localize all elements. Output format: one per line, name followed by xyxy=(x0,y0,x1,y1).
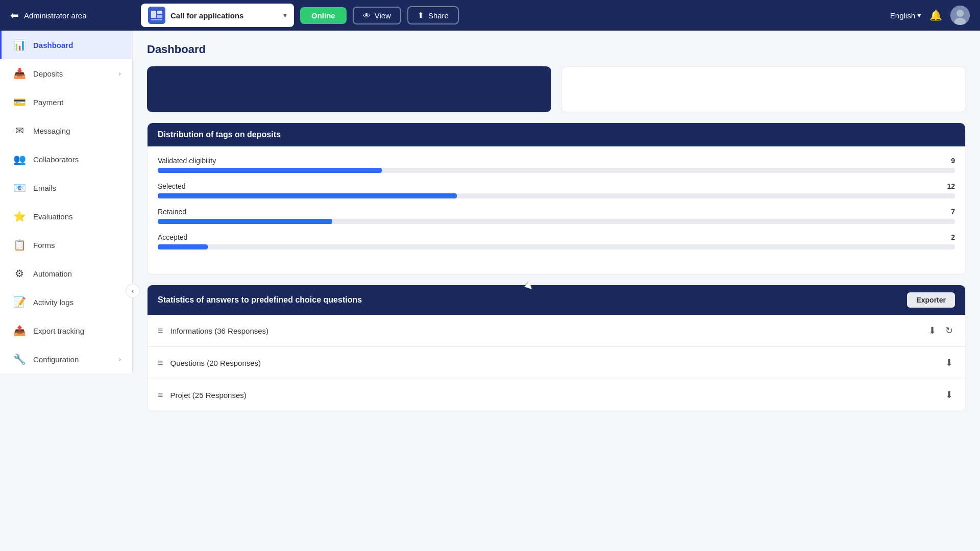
dist-row-count: 2 xyxy=(951,233,955,241)
exporter-button[interactable]: Exporter xyxy=(907,292,955,308)
admin-area: ⬅ Administrator area xyxy=(10,9,133,21)
sidebar-collapse-button[interactable]: ‹ xyxy=(126,284,140,298)
sidebar-item-messaging[interactable]: ✉ Messaging xyxy=(0,116,132,145)
app-name: Call for applications xyxy=(170,11,278,20)
sidebar-item-label: Automation xyxy=(33,269,72,278)
notification-icon[interactable]: 🔔 xyxy=(929,9,942,21)
chevron-right-icon: › xyxy=(118,355,121,363)
language-label: English xyxy=(890,11,915,20)
sidebar-item-label: Dashboard xyxy=(33,41,73,49)
bar-background xyxy=(158,244,955,249)
download-button[interactable]: ⬇ xyxy=(926,323,938,338)
sidebar-item-label: Payment xyxy=(33,98,63,107)
svg-rect-1 xyxy=(151,11,156,18)
avatar[interactable] xyxy=(950,6,970,25)
download-button[interactable]: ⬇ xyxy=(943,355,955,370)
distribution-card-body: Validated eligibility 9 Selected 12 Reta… xyxy=(148,146,965,274)
activity-logs-icon: 📝 xyxy=(13,296,26,308)
stats-card-header: Statistics of answers to predefined choi… xyxy=(148,285,965,315)
response-label: Questions (20 Responses) xyxy=(170,359,936,367)
language-chevron-icon: ▾ xyxy=(917,11,921,20)
content-area: Dashboard Distribution of tags on deposi… xyxy=(133,31,980,551)
distribution-card: Distribution of tags on deposits Validat… xyxy=(147,122,966,274)
sidebar-item-label: Export tracking xyxy=(33,327,84,335)
app-selector[interactable]: Call for applications ▾ xyxy=(141,4,294,27)
dist-row-count: 7 xyxy=(951,208,955,216)
sidebar-item-label: Emails xyxy=(33,184,56,192)
svg-point-6 xyxy=(957,10,964,17)
bar-fill xyxy=(158,168,382,173)
response-actions: ⬇↻ xyxy=(926,323,955,338)
response-actions: ⬇ xyxy=(943,387,955,403)
sidebar-item-collaborators[interactable]: 👥 Collaborators xyxy=(0,145,132,173)
page-title: Dashboard xyxy=(147,43,966,56)
svg-rect-2 xyxy=(157,11,162,14)
sidebar-item-evaluations[interactable]: ⭐ Evaluations xyxy=(0,202,132,231)
share-label: Share xyxy=(428,11,449,20)
forms-icon: 📋 xyxy=(13,239,26,251)
share-button[interactable]: ⬆ Share xyxy=(407,6,459,24)
app-icon xyxy=(148,7,165,24)
chevron-right-icon: › xyxy=(118,69,121,78)
payment-icon: 💳 xyxy=(13,96,26,108)
sidebar-item-emails[interactable]: 📧 Emails xyxy=(0,173,132,202)
sidebar-item-configuration[interactable]: 🔧 Configuration › xyxy=(0,345,132,373)
top-nav-center: Call for applications ▾ Online 👁 View ⬆ … xyxy=(141,4,882,27)
refresh-button[interactable]: ↻ xyxy=(943,323,955,338)
sidebar-item-payment[interactable]: 💳 Payment xyxy=(0,88,132,116)
response-row: ≡ Questions (20 Responses) ⬇ xyxy=(148,347,965,379)
menu-icon: ≡ xyxy=(158,358,163,368)
sidebar-item-label: Deposits xyxy=(33,69,63,78)
sidebar: 📊 Dashboard 📥 Deposits › 💳 Payment ✉ Mes… xyxy=(0,31,133,373)
distribution-card-header: Distribution of tags on deposits xyxy=(148,123,965,146)
bar-background xyxy=(158,168,955,173)
sidebar-item-label: Activity logs xyxy=(33,298,74,307)
main-layout: 📊 Dashboard 📥 Deposits › 💳 Payment ✉ Mes… xyxy=(0,31,980,551)
dist-row-label: Accepted xyxy=(158,233,187,241)
automation-icon: ⚙ xyxy=(13,267,26,280)
evaluations-icon: ⭐ xyxy=(13,210,26,222)
online-button[interactable]: Online xyxy=(300,7,347,24)
sidebar-item-dashboard[interactable]: 📊 Dashboard xyxy=(0,31,132,59)
svg-rect-4 xyxy=(151,19,162,20)
response-label: Informations (36 Responses) xyxy=(170,327,919,335)
back-icon[interactable]: ⬅ xyxy=(10,9,19,21)
share-icon: ⬆ xyxy=(418,11,424,20)
distribution-row: Selected 12 xyxy=(158,182,955,198)
sidebar-item-label: Configuration xyxy=(33,355,79,364)
language-selector[interactable]: English ▾ xyxy=(890,11,921,20)
top-nav: ⬅ Administrator area Call for applicatio… xyxy=(0,0,980,31)
sidebar-item-deposits[interactable]: 📥 Deposits › xyxy=(0,59,132,88)
sidebar-item-label: Collaborators xyxy=(33,155,79,164)
card-blue xyxy=(147,66,551,112)
collaborators-icon: 👥 xyxy=(13,153,26,165)
response-row: ≡ Informations (36 Responses) ⬇↻ xyxy=(148,315,965,347)
bar-fill xyxy=(158,244,208,249)
sidebar-item-forms[interactable]: 📋 Forms xyxy=(0,231,132,259)
download-button[interactable]: ⬇ xyxy=(943,387,955,403)
bar-background xyxy=(158,193,955,198)
menu-icon: ≡ xyxy=(158,390,163,400)
sidebar-item-automation[interactable]: ⚙ Automation xyxy=(0,259,132,288)
sidebar-item-activity-logs[interactable]: 📝 Activity logs xyxy=(0,288,132,316)
messaging-icon: ✉ xyxy=(13,124,26,137)
response-rows: ≡ Informations (36 Responses) ⬇↻ ≡ Quest… xyxy=(148,315,965,411)
admin-label: Administrator area xyxy=(24,11,87,20)
bar-background xyxy=(158,219,955,224)
distribution-row: Retained 7 xyxy=(158,208,955,224)
dist-row-label: Selected xyxy=(158,182,185,190)
top-cards xyxy=(147,66,966,112)
bar-fill xyxy=(158,219,332,224)
response-row: ≡ Projet (25 Responses) ⬇ xyxy=(148,379,965,411)
dist-row-header: Selected 12 xyxy=(158,182,955,190)
dist-row-count: 9 xyxy=(951,157,955,165)
dist-row-header: Accepted 2 xyxy=(158,233,955,241)
emails-icon: 📧 xyxy=(13,182,26,194)
view-button[interactable]: 👁 View xyxy=(353,7,401,24)
stats-title: Statistics of answers to predefined choi… xyxy=(158,295,362,305)
sidebar-item-export-tracking[interactable]: 📤 Export tracking xyxy=(0,316,132,345)
sidebar-wrapper: 📊 Dashboard 📥 Deposits › 💳 Payment ✉ Mes… xyxy=(0,31,133,551)
response-actions: ⬇ xyxy=(943,355,955,370)
dist-row-label: Retained xyxy=(158,208,186,216)
dashboard-icon: 📊 xyxy=(13,39,26,51)
